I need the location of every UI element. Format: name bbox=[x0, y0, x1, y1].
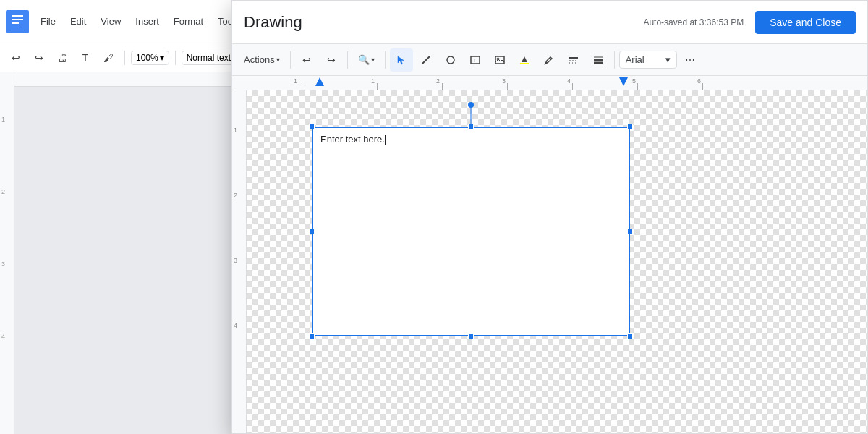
print-button[interactable]: 🖨 bbox=[52, 48, 72, 68]
ruler-tick bbox=[702, 83, 703, 90]
zoom-arrow-icon: ▾ bbox=[160, 53, 164, 63]
zoom-selector[interactable]: 100% ▾ bbox=[131, 51, 169, 65]
ruler-marker-right bbox=[619, 76, 628, 89]
canvas-main[interactable]: Enter text here. bbox=[247, 90, 867, 433]
ruler-v-label-1: 1 bbox=[234, 127, 237, 134]
pen-icon bbox=[544, 55, 554, 65]
spell-check-button[interactable]: T bbox=[75, 48, 95, 68]
canvas-wrapper: 1 2 3 4 Ent bbox=[232, 90, 867, 433]
resize-handle-top-center[interactable] bbox=[468, 124, 474, 129]
drawing-canvas-area[interactable]: 1 1 2 3 4 5 6 bbox=[232, 76, 867, 433]
more-options-button[interactable]: ⋯ bbox=[678, 48, 702, 72]
svg-rect-1 bbox=[12, 15, 23, 17]
svg-marker-19 bbox=[619, 77, 628, 86]
menu-view[interactable]: View bbox=[95, 13, 127, 30]
ruler-label: 4 bbox=[567, 77, 571, 85]
ruler-tick bbox=[305, 83, 305, 90]
toolbar-divider3 bbox=[385, 51, 386, 69]
font-selector[interactable]: Arial ▾ bbox=[619, 51, 677, 69]
zoom-value: 100% bbox=[136, 53, 158, 63]
text-cursor bbox=[385, 135, 386, 145]
font-arrow-icon: ▾ bbox=[665, 54, 671, 65]
resize-handle-middle-right[interactable] bbox=[627, 229, 633, 234]
cursor-icon bbox=[396, 55, 407, 65]
zoom-dropdown-icon: ▾ bbox=[371, 56, 375, 64]
drawing-dialog-overlay: Drawing Auto-saved at 3:36:53 PM Save an… bbox=[231, 0, 868, 434]
ruler-label: 1 bbox=[371, 77, 375, 85]
svg-rect-0 bbox=[6, 10, 29, 33]
ruler-v-label: 4 bbox=[1, 333, 5, 340]
ruler-label: 3 bbox=[502, 77, 506, 85]
ruler-v-label: 1 bbox=[1, 116, 5, 123]
menu-edit[interactable]: Edit bbox=[64, 13, 92, 30]
ruler-tick bbox=[507, 83, 508, 90]
docs-menu: File Edit View Insert Format Too bbox=[35, 13, 239, 30]
menu-insert[interactable]: Insert bbox=[129, 13, 165, 30]
actions-menu-button[interactable]: Actions ▾ bbox=[238, 51, 286, 68]
textbox-tool-button[interactable]: T bbox=[464, 48, 487, 72]
border-weight-button[interactable] bbox=[587, 48, 610, 72]
image-tool-button[interactable] bbox=[488, 48, 511, 72]
svg-text:T: T bbox=[473, 58, 477, 63]
redo-button[interactable]: ↪ bbox=[29, 48, 49, 68]
ruler-v-label-2: 2 bbox=[234, 192, 237, 199]
rotation-handle[interactable] bbox=[468, 102, 474, 108]
drawing-dialog: Drawing Auto-saved at 3:36:53 PM Save an… bbox=[231, 0, 868, 434]
undo-button[interactable]: ↩ bbox=[6, 48, 26, 68]
svg-line-4 bbox=[422, 56, 430, 64]
border-style-button[interactable] bbox=[562, 48, 585, 72]
svg-marker-18 bbox=[315, 77, 324, 86]
ruler-tick bbox=[637, 83, 638, 90]
ruler-tick bbox=[377, 83, 378, 90]
border-weight-icon bbox=[593, 55, 603, 65]
resize-handle-top-right[interactable] bbox=[627, 124, 633, 129]
line-icon bbox=[421, 55, 431, 65]
ruler-tick bbox=[572, 83, 573, 90]
ruler-v-label-4: 4 bbox=[234, 322, 237, 329]
auto-saved-status: Auto-saved at 3:36:53 PM bbox=[643, 17, 744, 27]
select-tool-button[interactable] bbox=[390, 48, 413, 72]
actions-label: Actions bbox=[244, 54, 275, 65]
drawing-toolbar: Actions ▾ ↩ ↪ 🔍 ▾ bbox=[232, 44, 867, 76]
actions-dropdown-icon: ▾ bbox=[276, 56, 280, 64]
resize-handle-top-left[interactable] bbox=[309, 124, 315, 129]
zoom-dropdown-button[interactable]: 🔍 ▾ bbox=[352, 51, 380, 68]
shape-tool-button[interactable] bbox=[439, 48, 462, 72]
menu-file[interactable]: File bbox=[35, 13, 61, 30]
paint-format-button[interactable]: 🖌 bbox=[98, 48, 119, 68]
top-ruler: 1 1 2 3 4 5 6 bbox=[232, 76, 867, 90]
text-box[interactable]: Enter text here. bbox=[312, 127, 630, 336]
drawing-redo-button[interactable]: ↪ bbox=[320, 48, 343, 72]
text-box-content[interactable]: Enter text here. bbox=[313, 128, 629, 150]
resize-handle-bottom-right[interactable] bbox=[627, 333, 633, 339]
left-ruler: 1 2 3 4 bbox=[232, 90, 247, 433]
svg-rect-3 bbox=[12, 22, 19, 24]
drawing-title: Drawing bbox=[244, 13, 302, 32]
zoom-icon: 🔍 bbox=[358, 54, 370, 65]
paragraph-style-value: Normal text bbox=[187, 53, 231, 63]
resize-handle-middle-left[interactable] bbox=[309, 229, 315, 234]
save-and-close-button[interactable]: Save and Close bbox=[755, 11, 856, 34]
ruler-label: 1 bbox=[294, 77, 297, 85]
border-color-button[interactable] bbox=[537, 48, 561, 72]
fill-color-button[interactable] bbox=[513, 48, 536, 72]
svg-rect-8 bbox=[495, 56, 504, 64]
resize-handle-bottom-center[interactable] bbox=[468, 333, 474, 339]
toolbar-divider4 bbox=[614, 51, 615, 69]
image-icon bbox=[495, 55, 505, 65]
toolbar-divider bbox=[124, 51, 125, 65]
line-tool-button[interactable] bbox=[414, 48, 438, 72]
svg-rect-10 bbox=[520, 63, 529, 64]
ruler-tick bbox=[442, 83, 443, 90]
shape-icon bbox=[446, 55, 456, 65]
drawing-undo-button[interactable]: ↩ bbox=[295, 48, 318, 72]
toolbar-divider2 bbox=[175, 51, 176, 65]
toolbar-divider2 bbox=[347, 51, 348, 69]
menu-format[interactable]: Format bbox=[168, 13, 209, 30]
toolbar-divider bbox=[290, 51, 291, 69]
resize-handle-bottom-left[interactable] bbox=[309, 333, 315, 339]
ruler-label: 6 bbox=[697, 77, 701, 85]
font-value: Arial bbox=[626, 54, 644, 65]
drawing-header: Drawing Auto-saved at 3:36:53 PM Save an… bbox=[232, 1, 867, 44]
ruler-v-label-3: 3 bbox=[234, 257, 237, 264]
